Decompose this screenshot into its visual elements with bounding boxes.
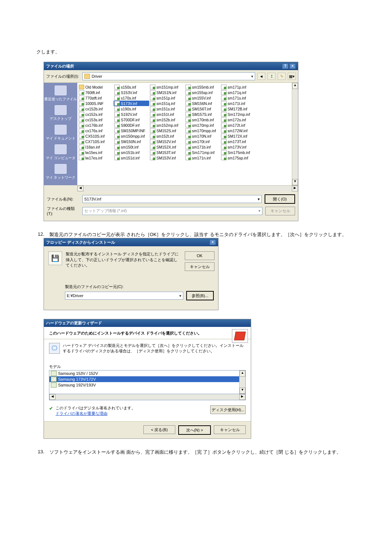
places-item[interactable]: デスクトップ [44,105,77,121]
file-item[interactable]: sm152t.inf [149,133,185,139]
file-item[interactable]: SM150N.inf [114,139,149,144]
copy-source-combo[interactable]: E:¥Driver ▾ [65,292,183,300]
browse-button[interactable]: 参照(B)... [186,291,214,300]
file-item[interactable]: sm170N.inf [185,133,220,139]
model-item[interactable]: Samsung 173V/172V [49,376,245,382]
file-item[interactable]: sm173V.inf [220,144,256,150]
file-item[interactable]: Sm171mp.inf [185,150,220,155]
file-item[interactable]: sm150t.inf [114,144,149,150]
views-icon[interactable]: ▦▾ [288,73,296,80]
file-item[interactable]: CX510S.inf [78,133,114,139]
file-item[interactable]: s170s.inf [114,95,149,101]
model-list-hscroll[interactable]: ◀ ▶ [49,394,246,400]
file-item[interactable]: sm171p.inf [220,84,256,90]
file-item[interactable]: SM157S.inf [185,112,220,117]
have-disk-button[interactable]: ディスク使用(H)... [210,405,246,414]
file-item[interactable]: SM156T.inf [185,106,220,112]
lookin-combo[interactable]: Driver ▾ [82,72,255,80]
file-item[interactable]: SM152S.inf [149,128,185,133]
file-item[interactable]: cx176s.inf [78,128,114,133]
file-item[interactable]: sm155mb.inf [185,84,220,90]
file-item[interactable]: Sm175mb.inf [220,150,256,155]
file-item[interactable]: sm171b.inf [185,144,220,150]
file-item[interactable]: sm155sp.inf [185,90,220,95]
file-item[interactable]: sm152b.inf [149,117,185,122]
file-item[interactable]: S192V.inf [114,112,149,117]
file-item[interactable]: sm151d.inf [114,155,149,161]
file-item[interactable]: sm172s.inf [220,117,256,122]
open-button[interactable]: 開く(O) [265,194,295,204]
filename-input[interactable]: S173V.inf ▾ [82,195,262,203]
places-item[interactable]: マイ ドキュメント [44,124,77,141]
file-item[interactable]: sm151mp.inf [149,84,185,90]
file-item[interactable]: I18an.inf [78,144,114,150]
file-item[interactable]: sm151q.inf [149,101,185,106]
file-item[interactable]: S173V.inf [114,101,149,106]
file-item[interactable]: sm172t.inf [220,122,256,128]
model-list[interactable]: Samsung 153V / 152VSamsung 173V/172VSams… [49,370,246,394]
file-item[interactable]: SM156N.inf [185,101,220,106]
file-item[interactable]: Sm172mp.inf [220,112,256,117]
file-item[interactable]: cx152s.inf [78,112,114,117]
model-item[interactable]: Samsung 192V/193V [49,382,245,388]
file-item[interactable]: cx153s.inf [78,117,114,122]
file-item[interactable]: S153V.inf [114,90,149,95]
file-item[interactable]: S900DF.inf [114,122,149,128]
file-item[interactable]: sm170t.inf [185,139,220,144]
file-item[interactable]: sm170mp.inf [185,122,220,128]
file-item[interactable]: SM151N.inf [149,90,185,95]
file-item[interactable]: lw17es.inf [78,155,114,161]
file-item[interactable]: sm170mpp.inf [185,128,220,133]
file-list-hscroll[interactable]: ◀ ▶ [77,185,298,191]
places-item[interactable]: 最近使ったファイル [44,85,77,102]
file-item[interactable]: SM152X.inf [149,144,185,150]
ok-button[interactable]: OK [185,251,215,260]
file-item[interactable]: CX710S.inf [78,139,114,144]
file-item[interactable]: lw15es.inf [78,150,114,155]
file-item[interactable]: sm150mpp.inf [114,133,149,139]
file-item[interactable]: SM172X.inf [220,133,256,139]
new-folder-icon[interactable]: ✎ [278,73,286,80]
file-item[interactable]: sm171q.inf [220,90,256,95]
file-item[interactable]: sm173T.inf [220,139,256,144]
back-icon[interactable]: ◄ [257,73,265,80]
file-item[interactable]: 770stft.inf [78,95,114,101]
file-item[interactable]: sm171n.inf [185,155,220,161]
file-item[interactable]: sm151s.inf [149,106,185,112]
file-item[interactable]: SM153V.inf [149,155,185,161]
file-list[interactable]: Old Model760tft.inf770stft.inf1000S.INFc… [77,83,292,185]
file-item[interactable]: sm171s.inf [220,95,256,101]
model-list-vscroll[interactable]: ▲ ▼ [239,370,245,394]
places-item[interactable]: マイ コンピュータ [44,144,77,161]
cancel-button[interactable]: キャンセル [265,207,295,215]
close-button[interactable]: × [289,63,296,69]
file-item[interactable]: sm170mb.inf [185,117,220,122]
file-item[interactable]: sm151b.inf [114,150,149,155]
file-item[interactable]: SM152V.inf [149,139,185,144]
file-list-vscroll[interactable]: ▲ ▼ [292,83,298,185]
cancel-button[interactable]: キャンセル [185,262,215,271]
next-button[interactable]: 次へ(N) > [178,425,211,435]
file-item[interactable]: sm151p.inf [149,95,185,101]
file-item[interactable]: sm172W.inf [220,128,256,133]
places-item[interactable]: マイ ネットワーク [44,163,77,180]
file-item[interactable]: S700DF.inf [114,117,149,122]
file-item[interactable]: sm155V.inf [185,95,220,101]
file-item[interactable]: 1000S.INF [78,101,114,106]
file-item[interactable]: cx176b.inf [78,122,114,128]
file-item[interactable]: sm152mp.inf [149,122,185,128]
help-button[interactable]: ? [282,63,289,69]
file-item[interactable]: SM150MP.INF [114,128,149,133]
cancel-button[interactable]: キャンセル [214,425,246,434]
up-icon[interactable]: ↥ [268,73,275,80]
file-item[interactable]: sm151t.inf [149,112,185,117]
file-item[interactable]: 760tft.inf [78,90,114,95]
file-item[interactable]: Old Model [78,84,114,90]
file-item[interactable]: sm175sp.inf [220,155,256,161]
close-button[interactable]: × [209,239,216,245]
file-item[interactable]: s190s.inf [114,106,149,112]
model-item[interactable]: Samsung 153V / 152V [49,370,245,376]
file-item[interactable]: SM153T.inf [149,150,185,155]
file-item[interactable]: sm171t.inf [220,101,256,106]
file-item[interactable]: s150s.inf [114,84,149,90]
